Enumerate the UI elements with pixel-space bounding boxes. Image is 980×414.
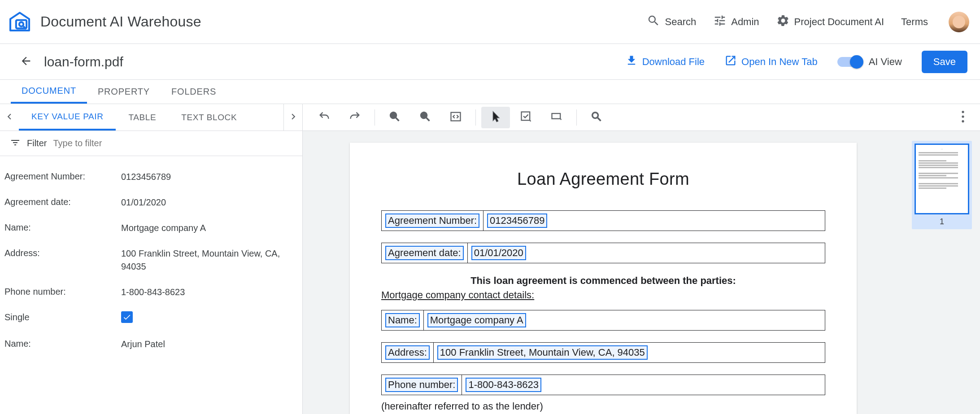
pointer-tool-button[interactable] [481,107,510,128]
crop-tool-button[interactable] [542,107,571,128]
terms-label: Terms [901,16,928,28]
check-box-icon [520,110,532,125]
form-key-highlight: Phone number: [385,378,458,392]
redo-button[interactable] [340,107,369,128]
user-avatar[interactable] [949,12,969,32]
more-vert-icon [962,111,964,124]
form-key-highlight: Agreement Number: [385,214,479,228]
arrow-back-icon [20,55,32,69]
tune-icon [713,14,727,30]
form-row[interactable]: Address:100 Franklin Street, Mountain Vi… [381,342,825,363]
search-label: Search [665,16,696,28]
kv-value [121,311,298,325]
crop-icon [550,110,563,125]
kv-key: Address: [4,247,121,273]
form-row[interactable]: Name:Mortgage company A [381,310,825,331]
kv-row[interactable]: Single [4,305,302,331]
app-logo-icon [7,9,32,35]
form-value-highlight: Mortgage company A [427,313,526,327]
filter-icon [10,137,21,150]
code-view-button[interactable] [441,107,470,128]
tab-folders[interactable]: FOLDERS [161,80,227,104]
document-page[interactable]: Loan Agreement Form Agreement Number:012… [350,143,857,414]
document-bottom-text: (hereinafter referred to as the lender) [381,401,825,412]
form-row[interactable]: Phone number:1-800-843-8623 [381,375,825,395]
kv-value: 0123456789 [121,170,298,183]
form-row[interactable]: Agreement Number:0123456789 [381,210,825,231]
kv-key: Single [4,311,121,325]
download-label: Download File [642,56,705,68]
kv-row[interactable]: Name:Mortgage company A [4,215,302,241]
svg-rect-5 [552,113,561,119]
form-key-highlight: Name: [385,313,420,327]
form-value-highlight: 1-800-843-8623 [466,378,541,392]
kv-key: Agreement Number: [4,170,121,183]
tab-document[interactable]: DOCUMENT [11,80,87,104]
thumbnail-page-number: 1 [915,214,969,227]
select-tool-button[interactable] [512,107,540,128]
form-key-highlight: Address: [385,345,430,360]
document-title: loan-form.pdf [44,54,123,70]
kv-row[interactable]: Address:100 Franklin Street, Mountain Vi… [4,241,302,279]
back-button[interactable] [18,54,34,70]
kv-value: 1-800-843-8623 [121,286,298,299]
zoom-out-button[interactable] [380,107,409,128]
project-label: Project Document AI [794,16,884,28]
form-value-highlight: 01/01/2020 [471,246,526,260]
filter-input[interactable] [53,138,292,148]
zoom-in-button[interactable] [411,107,440,128]
tab-property[interactable]: PROPERTY [87,80,161,104]
undo-icon [318,110,331,125]
open-new-tab-button[interactable]: Open In New Tab [724,54,818,70]
kv-key: Agreement date: [4,196,121,209]
search-in-doc-button[interactable] [582,107,611,128]
form-row[interactable]: Agreement date:01/01/2020 [381,243,825,263]
more-options-button[interactable] [952,104,974,131]
subtab-table[interactable]: TABLE [116,104,169,131]
kv-row[interactable]: Agreement date:01/01/2020 [4,190,302,215]
save-button[interactable]: Save [922,51,967,73]
form-value-highlight: 100 Franklin Street, Mountain View, CA, … [437,345,648,360]
kv-value: 01/01/2020 [121,196,298,209]
gear-icon [776,14,790,30]
checkbox-checked-icon [121,311,133,323]
form-value-highlight: 0123456789 [487,214,547,228]
subtab-next-button[interactable] [283,104,302,131]
form-key-highlight: Agreement date: [385,246,464,260]
download-icon [625,54,638,70]
search-icon [590,110,603,125]
open-new-tab-label: Open In New Tab [741,56,818,68]
svg-point-6 [962,111,964,113]
page-thumbnail[interactable]: ··· 1 [912,141,972,229]
cursor-icon [489,110,502,125]
undo-button[interactable] [310,107,339,128]
kv-key: Name: [4,338,121,351]
chevron-left-icon [4,111,15,124]
app-title: Document AI Warehouse [40,13,201,30]
kv-value: Arjun Patel [121,338,298,351]
terms-link[interactable]: Terms [901,16,928,28]
kv-row[interactable]: Phone number:1-800-843-8623 [4,279,302,305]
svg-rect-4 [522,112,530,120]
project-button[interactable]: Project Document AI [776,14,884,30]
document-sub-text: Mortgage company contact details: [381,289,825,301]
code-icon [449,110,462,125]
kv-value: 100 Franklin Street, Mountain View, CA, … [121,247,298,273]
download-button[interactable]: Download File [625,54,705,70]
filter-label: Filter [27,138,47,148]
subtab-key-value-pair[interactable]: KEY VALUE PAIR [19,104,116,131]
open-in-new-icon [724,54,737,70]
ai-view-toggle[interactable] [837,57,862,67]
admin-button[interactable]: Admin [713,14,759,30]
kv-key: Phone number: [4,286,121,299]
subtab-prev-button[interactable] [0,104,19,131]
redo-icon [348,110,361,125]
ai-view-label: AI View [869,56,902,68]
document-heading: Loan Agreement Form [381,170,825,189]
search-button[interactable]: Search [647,14,696,30]
kv-row[interactable]: Agreement Number:0123456789 [4,164,302,190]
subtab-text-block[interactable]: TEXT BLOCK [169,104,249,131]
kv-row[interactable]: Name:Arjun Patel [4,331,302,357]
chevron-right-icon [287,111,299,124]
zoom-in-icon [419,110,431,125]
